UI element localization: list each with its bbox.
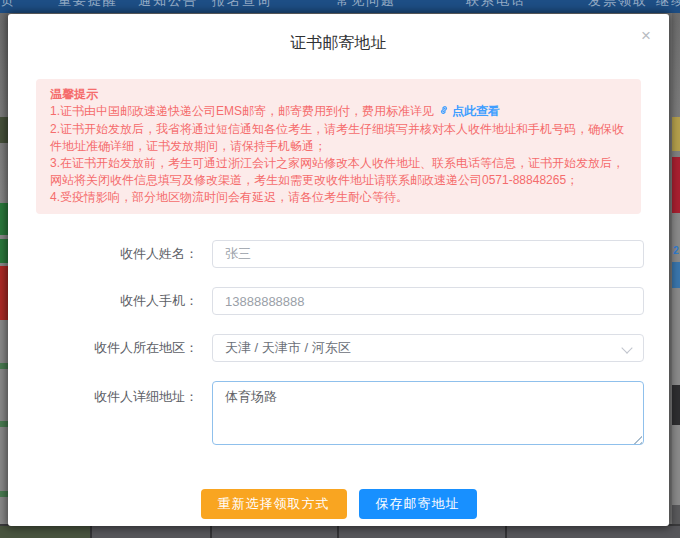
mailing-address-form: 收件人姓名： 收件人手机： 收件人所在地区： 天津 / 天津市 / 河东区 收件… <box>8 240 669 449</box>
background-right-sliver: 2 <box>672 13 680 538</box>
recipient-phone-input[interactable] <box>212 287 644 315</box>
table-divider <box>210 526 212 538</box>
background-dark-block <box>672 385 680 425</box>
table-divider <box>90 526 92 538</box>
background-photo-block <box>0 117 8 143</box>
recipient-name-label: 收件人姓名： <box>8 245 212 263</box>
nav-item-faq[interactable]: 常见问题 <box>336 0 396 9</box>
link-icon <box>438 104 450 121</box>
alert-title: 温馨提示 <box>50 86 627 103</box>
background-green-mark-2 <box>0 421 8 427</box>
table-divider <box>337 526 339 538</box>
nav-item-invoice[interactable]: 发票领取 <box>588 0 648 9</box>
background-yellow-block <box>672 117 680 151</box>
background-count-badge: 2 <box>672 245 680 256</box>
background-green-mark-1 <box>0 363 8 369</box>
alert-line-4: 4.受疫情影响，部分地区物流时间会有延迟，请各位考生耐心等待。 <box>50 189 627 206</box>
recipient-phone-row: 收件人手机： <box>8 287 669 315</box>
recipient-name-input[interactable] <box>212 240 644 268</box>
recipient-phone-label: 收件人手机： <box>8 292 212 310</box>
background-left-sliver <box>0 13 8 538</box>
alert-line-3: 3.在证书开始发放前，考生可通过浙江会计之家网站修改本人收件地址、联系电话等信息… <box>50 155 627 189</box>
reselect-pickup-method-button[interactable]: 重新选择领取方式 <box>201 489 347 519</box>
table-divider <box>505 526 507 538</box>
save-mailing-address-button[interactable]: 保存邮寄地址 <box>359 489 477 519</box>
nav-item-more[interactable]: 继续教育 <box>656 0 680 9</box>
warm-tips-alert: 温馨提示 1.证书由中国邮政速递快递公司EMS邮寄，邮寄费用到付，费用标准详见点… <box>36 79 641 214</box>
alert-line-1: 1.证书由中国邮政速递快递公司EMS邮寄，邮寄费用到付，费用标准详见点此查看 <box>50 103 627 121</box>
background-green-block-1 <box>0 203 8 235</box>
recipient-region-row: 收件人所在地区： 天津 / 天津市 / 河东区 <box>8 334 669 362</box>
certificate-mailing-address-dialog: 证书邮寄地址 × 温馨提示 1.证书由中国邮政速递快递公司EMS邮寄，邮寄费用到… <box>8 14 669 526</box>
background-red-block-right <box>672 157 680 213</box>
close-icon[interactable]: × <box>641 27 651 44</box>
background-table-green-cell <box>0 526 90 538</box>
recipient-name-row: 收件人姓名： <box>8 240 669 268</box>
dialog-footer: 重新选择领取方式 保存邮寄地址 <box>8 489 669 519</box>
nav-item-important[interactable]: 重要提醒 <box>58 0 118 9</box>
recipient-region-value: 天津 / 天津市 / 河东区 <box>225 339 351 357</box>
background-green-mark-3 <box>0 491 8 497</box>
alert-line-2: 2.证书开始发放后，我省将通过短信通知各位考生，请考生仔细填写并核对本人收件地址… <box>50 121 627 155</box>
nav-item-contact[interactable]: 联系电话 <box>466 0 526 9</box>
recipient-address-textarea[interactable]: 体育场路 <box>212 381 644 445</box>
background-green-block-2 <box>0 239 8 263</box>
alert-line-1-text: 1.证书由中国邮政速递快递公司EMS邮寄，邮寄费用到付，费用标准详见 <box>50 104 434 118</box>
chevron-down-icon <box>621 343 632 354</box>
background-table-strip <box>0 524 680 538</box>
background-blue-block <box>672 262 680 288</box>
recipient-address-row: 收件人详细地址： 体育场路 <box>8 381 669 449</box>
nav-item-notice[interactable]: 通知公告 <box>138 0 198 9</box>
nav-item-home[interactable]: 首页 <box>0 0 16 9</box>
view-fee-standard-link[interactable]: 点此查看 <box>452 104 500 118</box>
nav-item-registration-query[interactable]: 报名查询 <box>212 0 272 9</box>
recipient-address-label: 收件人详细地址： <box>8 381 212 406</box>
recipient-region-select[interactable]: 天津 / 天津市 / 河东区 <box>212 334 644 362</box>
background-red-block <box>0 266 8 320</box>
recipient-region-label: 收件人所在地区： <box>8 339 212 357</box>
dialog-title: 证书邮寄地址 <box>8 14 669 54</box>
background-nav-bar: 首页 重要提醒 通知公告 报名查询 常见问题 联系电话 发票领取 继续教育 <box>0 0 680 13</box>
